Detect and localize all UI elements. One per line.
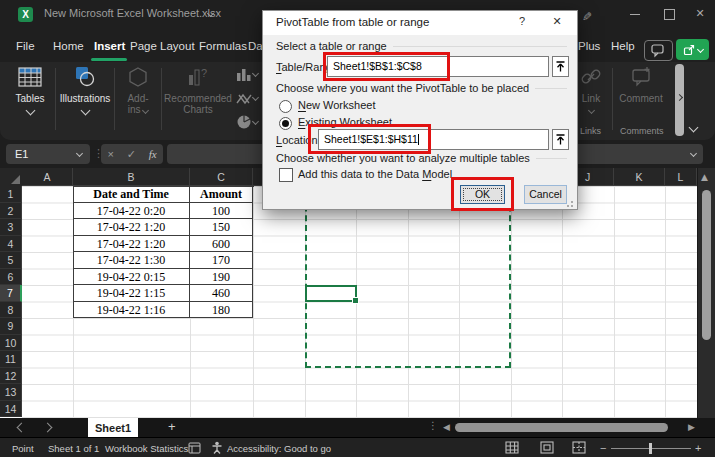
comments-button[interactable] (644, 40, 673, 61)
destination-range-marquee (305, 186, 511, 368)
minimize-icon[interactable] (630, 14, 640, 15)
maximize-icon[interactable] (664, 9, 675, 20)
range-picker-button[interactable] (552, 56, 569, 77)
location-picker-button[interactable] (552, 129, 569, 150)
collapse-ribbon-icon[interactable] (689, 123, 699, 133)
tables-icon (17, 66, 43, 88)
zoom-out-button[interactable]: − (600, 442, 606, 454)
gridline (614, 186, 615, 418)
ribbon-divider (612, 68, 613, 130)
row-header-6[interactable]: 6 (0, 269, 22, 286)
normal-view-icon[interactable] (505, 441, 519, 454)
tab-help[interactable]: Help (611, 40, 635, 52)
scatter-chart-button[interactable] (235, 90, 261, 108)
mode-indicator: Point (12, 443, 34, 454)
radio-new-worksheet-label: New Worksheet (298, 99, 375, 111)
enter-entry-icon[interactable]: ✓ (127, 148, 136, 161)
accessibility-status[interactable]: Accessibility: Good to go (227, 443, 331, 454)
cancel-entry-icon[interactable]: × (107, 148, 113, 160)
tab-plus[interactable]: Plus (578, 40, 600, 52)
cells-canvas[interactable]: Date and TimeAmount17-04-22 0:2010017-04… (22, 186, 697, 418)
new-sheet-button[interactable]: + (168, 419, 176, 434)
ink-pen-icon[interactable]: ✎ (582, 10, 592, 24)
row-header-11[interactable]: 11 (0, 351, 22, 368)
tab-formulas[interactable]: Formulas (199, 40, 247, 52)
zoom-slider-thumb[interactable] (649, 443, 652, 454)
dialog-close-icon[interactable]: ✕ (545, 15, 569, 31)
radio-existing-worksheet[interactable] (279, 117, 292, 130)
accessibility-icon[interactable] (211, 441, 223, 454)
name-box-dropdown-icon (76, 150, 83, 157)
active-cell[interactable] (305, 285, 357, 302)
dialog-resize-grip[interactable] (566, 198, 575, 207)
illustrations-button[interactable]: Illustrations (58, 66, 112, 134)
row-header-8[interactable]: 8 (0, 302, 22, 319)
scrollbar-grip-icon[interactable]: ⋮ (428, 420, 438, 431)
page-break-view-icon[interactable] (572, 441, 586, 454)
illustrations-icon (72, 66, 98, 88)
tab-page-layout[interactable]: Page Layout (130, 40, 195, 52)
page-layout-view-icon[interactable] (540, 441, 554, 454)
next-sheet-icon[interactable] (43, 423, 53, 433)
link-icon (579, 66, 603, 88)
scroll-right-icon[interactable]: ▶ (688, 422, 695, 432)
name-box[interactable]: E1 (6, 144, 90, 164)
sheet-count: Sheet 1 of 1 (48, 443, 99, 454)
workbook-stats-icon[interactable] (188, 442, 201, 454)
close-icon[interactable]: ✕ (692, 6, 708, 22)
document-title[interactable]: New Microsoft Excel Worksheet.xlsx (44, 7, 221, 19)
zoom-in-button[interactable]: + (695, 442, 701, 454)
ok-button[interactable]: OK (460, 185, 505, 204)
dialog-help-icon[interactable]: ? (513, 15, 531, 31)
comments-group-label: Comments (620, 126, 664, 136)
column-header-K[interactable]: K (614, 168, 665, 186)
radio-new-worksheet[interactable] (279, 100, 292, 113)
row-header-12[interactable]: 12 (0, 368, 22, 385)
row-header-1[interactable]: 1 (0, 186, 22, 203)
column-header-C[interactable]: C (190, 168, 253, 186)
column-header-B[interactable]: B (73, 168, 190, 186)
insert-function-icon[interactable]: fx (149, 148, 157, 160)
fill-handle[interactable] (352, 297, 359, 304)
section-multiple-tables: Choose whether you want to analyze multi… (276, 152, 567, 164)
link-button[interactable]: Link (574, 66, 608, 134)
row-header-5[interactable]: 5 (0, 252, 22, 269)
location-label: Location: (276, 134, 321, 146)
tab-insert[interactable]: Insert (94, 40, 125, 52)
expand-formula-bar-icon[interactable] (690, 150, 697, 157)
prev-sheet-icon[interactable] (17, 423, 27, 433)
row-header-10[interactable]: 10 (0, 335, 22, 352)
row-header-7[interactable]: 7 (0, 285, 22, 302)
sheet-tab-sheet1[interactable]: Sheet1 (88, 418, 138, 437)
cancel-button[interactable]: Cancel (524, 185, 567, 204)
scroll-left-icon[interactable]: ◀ (443, 422, 450, 432)
column-chart-button[interactable] (235, 66, 261, 84)
horizontal-scroll-thumb[interactable] (455, 423, 668, 432)
data-model-checkbox[interactable] (279, 168, 293, 182)
share-button[interactable] (676, 39, 709, 60)
row-header-3[interactable]: 3 (0, 219, 22, 236)
scroll-up-icon[interactable]: ▲ (701, 172, 708, 182)
location-input[interactable]: Sheet1!$E$1:$H$11 (318, 129, 549, 150)
table-range-input[interactable]: Sheet1!$B$1:$C$8 (327, 56, 549, 77)
column-header-A[interactable]: A (22, 168, 73, 186)
row-header-13[interactable]: 13 (0, 384, 22, 401)
tab-file[interactable]: File (16, 40, 35, 52)
select-all-button[interactable] (0, 168, 23, 187)
row-header-14[interactable]: 14 (0, 401, 22, 418)
row-header-2[interactable]: 2 (0, 203, 22, 220)
dialog-title-bar[interactable]: PivotTable from table or range ? ✕ (263, 11, 577, 35)
workbook-statistics[interactable]: Workbook Statistics (105, 443, 188, 454)
tables-button[interactable]: Tables (8, 66, 52, 134)
row-header-9[interactable]: 9 (0, 318, 22, 335)
bar-chart-icon (235, 66, 253, 82)
recommended-charts-button[interactable]: ? Recommended Charts (164, 66, 232, 134)
vertical-scrollbar[interactable]: ▲ (697, 168, 715, 418)
column-header-L[interactable]: L (665, 168, 697, 186)
pie-chart-button[interactable] (235, 114, 261, 132)
tab-home[interactable]: Home (53, 40, 84, 52)
comment-button[interactable]: Comment (616, 66, 666, 134)
row-header-4[interactable]: 4 (0, 236, 22, 253)
vertical-scroll-thumb[interactable] (702, 190, 711, 340)
addins-button[interactable]: Add- ins (117, 66, 159, 134)
